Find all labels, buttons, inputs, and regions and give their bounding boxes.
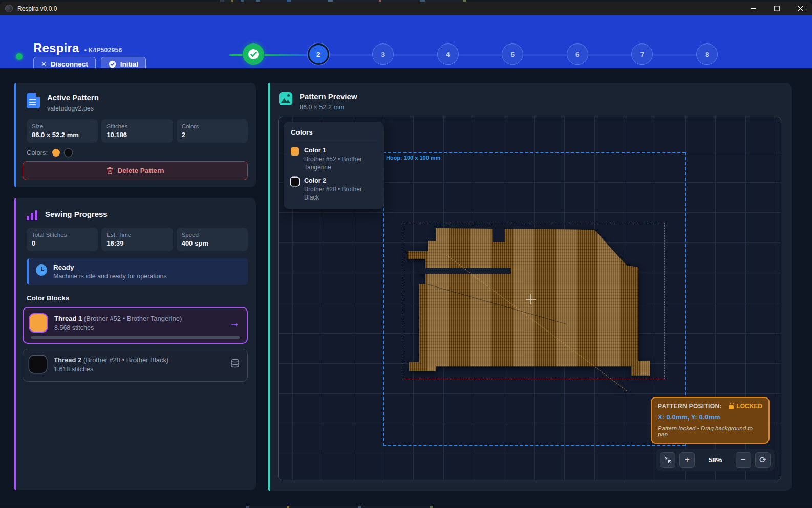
legend-item-color2: Color 2 Brother #20 • Brother Black — [291, 177, 377, 202]
color-blocks-label: Color Blocks — [14, 285, 256, 302]
maximize-button[interactable] — [765, 2, 788, 15]
thread-1-block[interactable]: Thread 1 (Brother #52 • Brother Tangerin… — [23, 307, 248, 344]
stat-speed: Speed 400 spm — [177, 228, 248, 251]
stat-size: Size 86.0 x 52.2 mm — [27, 119, 98, 143]
lock-icon — [729, 405, 734, 409]
step-circle-4: 4 — [437, 43, 459, 65]
thread-2-stitches: 1.618 stitches — [54, 366, 168, 373]
color-dot-2 — [65, 149, 72, 157]
colors-legend: Colors Color 1 Brother #52 • Brother Tan… — [284, 122, 384, 209]
app-header: Respira • K4P502956 ✕ Disconnect Initial… — [0, 15, 812, 68]
center-crosshair-icon — [526, 294, 536, 304]
brand: Respira • K4P502956 — [33, 41, 122, 55]
window-title: Respira v0.0.0 — [17, 5, 57, 12]
check-circle-icon — [109, 60, 116, 68]
trash-icon — [106, 167, 113, 174]
sewing-progress-card: Sewing Progress Total Stitches 0 Est. Ti… — [14, 198, 256, 490]
status-title: Ready — [53, 263, 167, 271]
stat-est-time: Est. Time 16:39 — [101, 228, 173, 251]
reset-view-button[interactable]: ⟳ — [755, 452, 771, 468]
legend-swatch-2 — [291, 178, 299, 186]
locked-badge: LOCKED — [736, 403, 762, 410]
sewing-progress-title: Sewing Progress — [45, 210, 108, 218]
app-name: Respira — [33, 41, 79, 55]
disconnect-label: Disconnect — [51, 60, 88, 68]
step-circle-6: 6 — [567, 43, 588, 65]
thread-2-name: Thread 2 — [54, 356, 81, 364]
legend-item-color1: Color 1 Brother #52 • Brother Tangerine — [291, 147, 377, 171]
initial-label: Initial — [120, 60, 138, 68]
step-circle-5: 5 — [502, 43, 523, 65]
thread-1-swatch — [30, 314, 47, 332]
connection-status-dot — [16, 53, 23, 60]
step-circle-3: 3 — [372, 43, 394, 65]
hoop-label: Hoop: 100 x 100 mm — [386, 154, 440, 161]
zoom-level: 58% — [699, 456, 732, 464]
card-accent — [14, 198, 16, 490]
clock-icon — [36, 264, 47, 276]
preview-canvas[interactable]: Hoop: 100 x 100 mm Colors Color 1 Brothe… — [278, 117, 781, 480]
window-titlebar: Respira v0.0.0 — [0, 2, 812, 15]
minimize-button[interactable] — [741, 2, 765, 15]
arrow-right-icon: → — [229, 317, 240, 329]
stat-stitches: Stitches 10.186 — [101, 119, 173, 143]
active-pattern-card: Active Pattern valetudogv2.pes Size 86.0… — [14, 83, 256, 187]
thread-1-progress-bar — [31, 336, 240, 339]
colors-label: Colors: — [27, 149, 48, 157]
thread-1-stitches: 8.568 stitches — [54, 324, 182, 332]
machine-status-box: Ready Machine is idle and ready for oper… — [27, 258, 248, 285]
thread-2-swatch — [29, 356, 47, 373]
thread-1-detail: (Brother #52 • Brother Tangerine) — [84, 315, 182, 322]
image-icon — [279, 92, 292, 105]
close-button[interactable] — [788, 2, 812, 15]
pattern-preview-card: Pattern Preview 86.0 × 52.2 mm Hoop: 100… — [268, 83, 792, 491]
color-dot-1 — [52, 149, 60, 157]
position-title: PATTERN POSITION: — [658, 403, 722, 410]
pattern-filename: valetudogv2.pes — [47, 105, 99, 112]
bar-chart-icon — [27, 209, 38, 220]
step-circle-8: 8 — [696, 43, 718, 65]
legend-title: Colors — [291, 128, 377, 141]
step-circle-7: 7 — [631, 43, 653, 65]
file-icon — [27, 93, 40, 108]
app-icon — [5, 5, 13, 12]
delete-pattern-label: Delete Pattern — [118, 167, 164, 174]
legend-swatch-1 — [291, 147, 299, 156]
step-circle-1 — [243, 43, 264, 65]
stack-icon — [230, 358, 240, 370]
check-icon — [248, 49, 259, 60]
stat-colors: Colors 2 — [177, 119, 248, 143]
x-icon: ✕ — [41, 60, 47, 68]
thread-2-block[interactable]: Thread 2 (Brother #20 • Brother Black) 1… — [23, 349, 248, 382]
position-coordinates: X: 0.0mm, Y: 0.0mm — [658, 413, 762, 421]
main-content: Active Pattern valetudogv2.pes Size 86.0… — [0, 68, 812, 506]
card-accent — [14, 83, 16, 187]
thread-1-name: Thread 1 — [54, 315, 82, 322]
position-note: Pattern locked • Drag background to pan — [658, 425, 762, 437]
zoom-controls: + 58% − ⟳ — [656, 449, 775, 471]
zoom-out-button[interactable]: − — [736, 452, 751, 468]
pattern-dimensions: 86.0 × 52.2 mm — [300, 104, 357, 111]
window-controls — [741, 2, 812, 15]
status-description: Machine is idle and ready for operations — [53, 273, 167, 280]
thread-2-detail: (Brother #20 • Brother Black) — [83, 356, 168, 364]
step-circle-2: 2 — [308, 43, 329, 65]
zoom-in-button[interactable]: + — [679, 452, 695, 468]
delete-pattern-button[interactable]: Delete Pattern — [23, 161, 248, 180]
card-accent — [268, 83, 270, 491]
device-serial: • K4P502956 — [84, 47, 122, 54]
pattern-preview-title: Pattern Preview — [300, 92, 357, 101]
stat-total-stitches: Total Stitches 0 — [27, 228, 98, 251]
pattern-position-overlay: PATTERN POSITION: LOCKED X: 0.0mm, Y: 0.… — [651, 397, 770, 444]
pattern-notch — [493, 228, 505, 242]
fit-view-button[interactable] — [660, 452, 675, 468]
active-pattern-title: Active Pattern — [47, 93, 99, 102]
